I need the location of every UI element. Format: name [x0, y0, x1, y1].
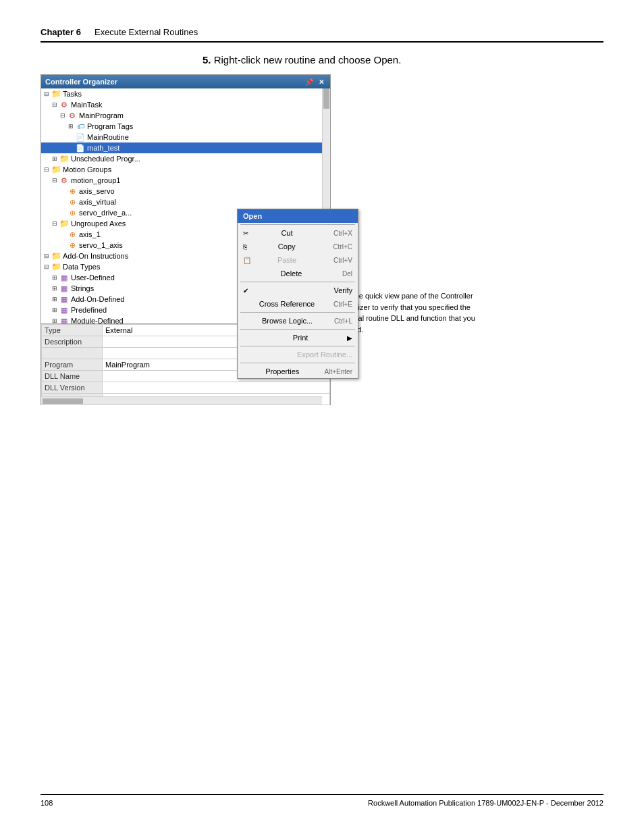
expand-icon[interactable]: ⊟ — [51, 101, 59, 109]
ctx-crossref-shortcut: Ctrl+E — [333, 301, 352, 308]
ctx-browselogic[interactable]: Browse Logic... Ctrl+L — [238, 314, 358, 328]
folder-icon: 📁 — [51, 165, 61, 174]
expand-icon[interactable]: ⊟ — [43, 165, 51, 174]
tree-item-motiongroups[interactable]: ⊟ 📁 Motion Groups — [41, 164, 322, 175]
section-title: Execute External Routines — [95, 27, 198, 37]
tree-item-motiongroup1[interactable]: ⊟ ⚙ motion_group1 — [41, 175, 322, 186]
tree-label: Motion Groups — [63, 165, 111, 174]
folder-icon: 📁 — [59, 154, 70, 163]
expand-icon[interactable]: ⊞ — [51, 295, 59, 303]
expand-icon[interactable]: ⊞ — [51, 284, 59, 292]
ctx-sep-3 — [240, 312, 355, 313]
expand-icon[interactable]: ⊟ — [51, 219, 59, 228]
expand-icon[interactable]: ⊟ — [51, 176, 59, 184]
datatype-icon: ▦ — [59, 284, 70, 293]
ctx-sep-5 — [240, 346, 355, 346]
expand-icon-space — [59, 198, 67, 206]
ctx-print[interactable]: Print ▶ — [238, 331, 358, 344]
expand-icon-space — [67, 133, 75, 141]
expand-icon[interactable]: ⊟ — [43, 252, 51, 260]
step-instruction: 5. Right-click new routine and choose Op… — [203, 54, 401, 66]
ctx-verify[interactable]: ✔ Verify — [238, 284, 358, 297]
ctx-browselogic-shortcut: Ctrl+L — [334, 317, 352, 325]
ctx-cut-shortcut: Ctrl+X — [333, 230, 352, 237]
axis-icon: ⊕ — [67, 186, 78, 196]
qv-horizontal-scrollbar[interactable] — [41, 396, 322, 405]
tree-label: Unscheduled Progr... — [71, 155, 140, 163]
ctx-delete[interactable]: Delete Del — [238, 267, 358, 280]
folder-icon: 📁 — [51, 89, 61, 99]
ctx-crossref[interactable]: Cross Reference Ctrl+E — [238, 297, 358, 311]
step-text: Right-click new routine and choose Open. — [214, 54, 402, 66]
ctx-copy-shortcut: Ctrl+C — [333, 243, 352, 251]
ctx-cut[interactable]: ✂ Cut Ctrl+X — [238, 226, 358, 240]
ctx-copy[interactable]: ⎘ Copy Ctrl+C — [238, 240, 358, 253]
expand-icon-space — [59, 230, 67, 238]
expand-icon-space — [59, 241, 67, 249]
expand-icon[interactable]: ⊞ — [51, 306, 59, 314]
tree-item-axisvirtual[interactable]: ⊕ axis_virtual — [41, 197, 322, 207]
tree-label: Program Tags — [87, 122, 133, 130]
tree-label: Add-On-Defined — [71, 295, 125, 303]
tree-item-mainprogram[interactable]: ⊟ ⚙ MainProgram — [41, 110, 322, 121]
tree-item-programtags[interactable]: ⊞ 🏷 Program Tags — [41, 121, 322, 132]
folder-icon: 📁 — [51, 251, 61, 261]
title-bar-label: Controller Organizer — [45, 78, 117, 86]
expand-icon[interactable]: ⊞ — [67, 122, 75, 130]
tree-label: servo_1_axis — [79, 241, 123, 249]
pin-button[interactable]: 📌 — [304, 78, 314, 86]
expand-icon[interactable]: ⊟ — [43, 90, 51, 98]
ctx-open[interactable]: Open — [238, 209, 358, 223]
context-menu: Open ✂ Cut Ctrl+X ⎘ Copy Ctrl+C 📋 Paste … — [237, 209, 358, 379]
tree-label: Data Types — [63, 263, 100, 271]
ctx-properties-shortcut: Alt+Enter — [325, 368, 352, 375]
expand-icon[interactable]: ⊟ — [43, 263, 51, 271]
ctx-icon-scissors: ✂ — [243, 230, 254, 237]
tree-label: MainRoutine — [87, 133, 129, 141]
tree-item-unscheduled[interactable]: ⊞ 📁 Unscheduled Progr... — [41, 153, 322, 164]
ctx-copy-label: Copy — [278, 242, 296, 251]
axis-icon: ⊕ — [67, 197, 78, 207]
ctx-browselogic-label: Browse Logic... — [262, 317, 313, 325]
tree-label: MainTask — [71, 101, 102, 109]
step-number: 5. — [203, 54, 211, 66]
ctx-properties-label: Properties — [265, 367, 299, 375]
page-header: Chapter 6 Execute External Routines — [41, 27, 603, 43]
close-button[interactable]: ✕ — [317, 78, 326, 86]
ctx-delete-label: Delete — [281, 269, 302, 278]
expand-icon[interactable]: ⊟ — [59, 111, 67, 120]
qv-scrollbar-thumb[interactable] — [43, 398, 83, 404]
task-icon: ⚙ — [59, 100, 70, 109]
ctx-delete-shortcut: Del — [342, 270, 352, 278]
tree-label: axis_servo — [79, 187, 115, 195]
ctx-cut-label: Cut — [281, 229, 292, 237]
title-bar-controls: 📌 ✕ — [304, 78, 326, 86]
tree-label: axis_virtual — [79, 198, 116, 206]
qv-value-dllver — [103, 382, 330, 394]
ctx-exportroutine-label: Export Routine... — [297, 350, 352, 359]
qv-label-program: Program — [42, 359, 103, 371]
expand-icon-space — [59, 209, 67, 217]
qv-label-desc: Description — [42, 336, 103, 348]
tree-label: motion_group1 — [71, 176, 120, 184]
ctx-properties[interactable]: Properties Alt+Enter — [238, 365, 358, 378]
page-footer: 108 Rockwell Automation Publication 1789… — [41, 794, 603, 807]
screenshot-container: Controller Organizer 📌 ✕ ⊟ 📁 Tasks ⊟ ⚙ M… — [41, 74, 331, 405]
ctx-verify-label: Verify — [333, 286, 352, 294]
expand-icon[interactable]: ⊞ — [51, 155, 59, 163]
ctx-crossref-label: Cross Reference — [259, 300, 315, 308]
tree-item-mainroutine[interactable]: 📄 MainRoutine — [41, 132, 322, 142]
expand-icon[interactable]: ⊞ — [51, 273, 59, 282]
tree-item-mathtest[interactable]: 📄 math_test — [41, 142, 322, 153]
tree-item-axisservo[interactable]: ⊕ axis_servo — [41, 186, 322, 197]
tree-label: Ungrouped Axes — [71, 219, 126, 228]
qv-label-empty — [42, 348, 103, 359]
title-bar: Controller Organizer 📌 ✕ — [41, 75, 330, 88]
tree-item-maintask[interactable]: ⊟ ⚙ MainTask — [41, 99, 322, 110]
scrollbar-thumb[interactable] — [323, 88, 329, 109]
folder-icon: 📁 — [51, 262, 61, 271]
ctx-sep-2 — [240, 282, 355, 282]
tree-item-tasks[interactable]: ⊟ 📁 Tasks — [41, 88, 322, 99]
qv-label-dllver: DLL Version — [42, 382, 103, 394]
program-icon: ⚙ — [67, 111, 78, 120]
